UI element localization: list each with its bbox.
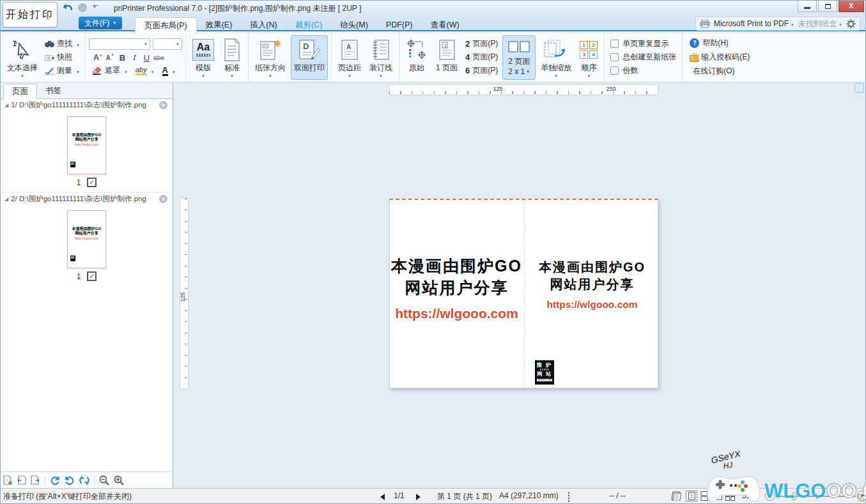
zoom-slider-thumb[interactable] (792, 493, 796, 500)
snapshot-button[interactable]: 快照 (43, 51, 82, 63)
print-jobs-icon[interactable] (670, 491, 681, 501)
tab-crop[interactable]: 裁剪(C) (286, 17, 331, 33)
help-button[interactable]: 帮助(H) (690, 38, 750, 49)
ruler-toggle-icon[interactable] (854, 83, 864, 93)
view-single-page-button[interactable] (686, 491, 697, 501)
title-bar: priPrinter Professional 7.0 - [2]围炉制作.pn… (1, 1, 865, 15)
bold-button[interactable]: B (117, 52, 128, 63)
page-include-checkbox[interactable] (87, 271, 97, 281)
tab-pdf[interactable]: PDF(P) (377, 17, 422, 33)
customize-toolbar-icon[interactable] (92, 4, 98, 11)
panel-tab-bookmarks[interactable]: 书签 (37, 83, 70, 98)
font-size-combo[interactable] (153, 38, 182, 50)
one-page-button[interactable]: 1 1 页面 (433, 35, 461, 80)
zoom-slider[interactable] (779, 496, 856, 497)
zoom-out-button[interactable]: − (765, 491, 775, 501)
add-page-button[interactable] (3, 475, 12, 485)
prev-sheet-button[interactable] (380, 493, 385, 502)
next-sheet-button[interactable] (416, 493, 421, 502)
underline-button[interactable]: U (141, 52, 152, 63)
panel-tab-pages[interactable]: 页面 (3, 84, 37, 99)
page-thumbnail[interactable]: 本漫画由围炉GO网站用户分享 https://wlgooo.com (67, 116, 106, 174)
enter-license-button[interactable]: 输入授权码(E) (690, 52, 750, 63)
duplex-print-button[interactable]: D 双面打印 (291, 35, 328, 80)
six-pages-item[interactable]: 6页面(P) (463, 64, 500, 77)
margins-button[interactable]: A 页边距 (335, 35, 364, 80)
original-icon (406, 37, 428, 63)
panel-toolbar (1, 471, 173, 488)
rotate-ccw-button[interactable] (65, 475, 75, 485)
order-online-button[interactable]: 在线订购(O) (690, 66, 750, 77)
redo-button[interactable] (78, 3, 88, 12)
tab-effects[interactable]: 效果(E) (197, 17, 242, 33)
rotate-cw-button[interactable] (50, 475, 60, 485)
insert-after-button[interactable] (31, 475, 40, 485)
binding-line-button[interactable]: 装订线 (366, 35, 396, 80)
expander-icon[interactable]: ◢ (4, 102, 8, 108)
grow-font-button[interactable]: A▲ (93, 52, 104, 63)
help-icon (690, 38, 699, 48)
minimize-button[interactable] (798, 1, 817, 12)
zoom-in-button[interactable] (114, 475, 124, 485)
tab-page-layout[interactable]: 页面布局(P) (135, 17, 197, 34)
tab-view[interactable]: 查看(W) (421, 17, 468, 33)
four-pages-item[interactable]: 4页面(P) (463, 50, 500, 64)
paper-tray-dropdown[interactable]: 未找到纸盒 (798, 19, 842, 29)
mask-button[interactable]: 遮罩 (90, 65, 130, 76)
highlight-button[interactable]: aby (134, 65, 157, 76)
font-color-button[interactable]: A (160, 65, 178, 76)
shrink-font-button[interactable]: A▼ (105, 52, 116, 63)
view-continuous-button[interactable] (699, 491, 710, 501)
original-button[interactable]: 原始 (403, 35, 431, 80)
two-pages-item[interactable]: 2页面(P) (463, 37, 500, 50)
strikethrough-button[interactable]: abe (153, 52, 164, 63)
option-repeat-single-page[interactable]: 单页重复显示 (610, 38, 676, 49)
scale-separately-button[interactable]: 单独缩放 (537, 35, 575, 80)
page-include-checkbox[interactable] (87, 178, 97, 187)
start-print-button[interactable]: 开始打印 (3, 2, 58, 27)
one-page-icon: 1 (437, 37, 456, 63)
selection-tool-icon[interactable] (568, 493, 569, 501)
page-fold-line (524, 200, 525, 388)
remove-document-button[interactable]: ✕ (159, 195, 167, 203)
resize-grip[interactable] (857, 495, 865, 503)
expander-icon[interactable]: ◢ (4, 196, 8, 202)
two-up-selected-button[interactable]: 2 页面 2 x 1▼ (502, 35, 536, 80)
maximize-button[interactable] (818, 1, 837, 12)
paper-orientation-button[interactable]: 纸张方向 (252, 35, 289, 80)
print-sheet[interactable]: 本漫画由围炉GO网站用户分享 https://wlgooo.com 本漫画由围炉… (389, 199, 658, 388)
rotate-180-button[interactable] (79, 475, 89, 485)
page-url-text: https://wlgooo.com (525, 299, 659, 310)
undo-button[interactable] (63, 3, 73, 12)
document-header[interactable]: ◢ 1/ D:\围炉go111111111\杂志\围炉制作.png (1, 99, 173, 111)
file-menu-button[interactable]: 文件(F) (79, 17, 122, 29)
tab-header[interactable]: 抬头(M) (331, 17, 377, 33)
font-family-combo[interactable] (89, 38, 150, 50)
insert-before-button[interactable] (17, 475, 26, 485)
order-button[interactable]: 1 2 3 4 顺序 (576, 35, 601, 80)
view-grid-button[interactable] (724, 491, 736, 501)
zoom-percent-label: 51% (742, 491, 757, 500)
document-header[interactable]: ◢ 2/ D:\围炉go111111111\杂志\围炉制作.png (1, 193, 173, 205)
italic-button[interactable]: I (129, 52, 140, 63)
zoom-out-button[interactable] (99, 475, 109, 485)
find-button[interactable]: 查找 (43, 38, 82, 50)
measure-button[interactable]: 测量 (43, 65, 82, 77)
option-copies[interactable]: 份数 (610, 65, 676, 76)
text-select-button[interactable]: 文本选择 (4, 35, 41, 80)
close-button[interactable]: X (839, 1, 864, 12)
two-up-icon (508, 37, 530, 56)
standard-button[interactable]: 标准 (219, 35, 245, 80)
vertical-ruler: 125 (180, 199, 188, 388)
sheet-nav-label: 1/1 (394, 491, 405, 500)
printer-settings-button[interactable] (846, 19, 856, 29)
template-button[interactable]: Aa 模版 (189, 35, 217, 80)
remove-document-button[interactable]: ✕ (159, 101, 167, 109)
tab-insert[interactable]: 插入(N) (241, 17, 286, 33)
option-create-new-sheet[interactable]: 总创建至新纸张 (610, 52, 676, 63)
status-bar: 准备打印 (按'Alt+X'键打印全部并关闭) 1/1 第 1 页 (共 1 页… (1, 488, 865, 503)
page-thumbnail[interactable]: 本漫画由围炉GO网站用户分享 https://wlgooo.com (67, 210, 106, 268)
order-icon: 1 2 3 4 (580, 37, 598, 63)
printer-name-dropdown[interactable]: Microsoft Print to PDF (714, 19, 794, 28)
view-facing-button[interactable] (711, 491, 723, 501)
